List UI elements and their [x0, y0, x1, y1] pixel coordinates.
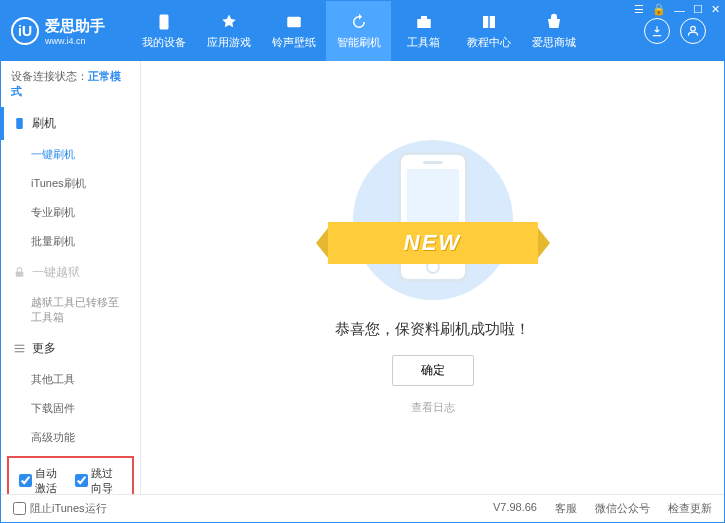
- sidebar-group-jailbreak[interactable]: 一键越狱: [1, 256, 140, 289]
- device-icon: [155, 13, 173, 31]
- app-window: ☰ 🔒 — ☐ ✕ iU 爱思助手 www.i4.cn 我的设备 应用游戏 铃: [0, 0, 725, 523]
- app-url: www.i4.cn: [45, 36, 105, 46]
- success-message: 恭喜您，保资料刷机成功啦！: [335, 320, 530, 339]
- nav-my-device[interactable]: 我的设备: [131, 1, 196, 61]
- sidebar-item-advanced[interactable]: 高级功能: [1, 423, 140, 452]
- close-button[interactable]: ✕: [711, 3, 720, 16]
- block-itunes-checkbox[interactable]: 阻止iTunes运行: [13, 501, 107, 516]
- svg-rect-1: [287, 16, 301, 27]
- lock-icon: [13, 266, 26, 279]
- svg-rect-7: [15, 344, 25, 345]
- sidebar-item-download-firmware[interactable]: 下载固件: [1, 394, 140, 423]
- store-icon: [545, 13, 563, 31]
- check-update-link[interactable]: 检查更新: [668, 501, 712, 516]
- ok-button[interactable]: 确定: [392, 355, 474, 386]
- download-icon: [650, 24, 664, 38]
- sidebar-item-itunes-flash[interactable]: iTunes刷机: [1, 169, 140, 198]
- book-icon: [480, 13, 498, 31]
- checkbox-label: 自动激活: [35, 466, 67, 494]
- footer: 阻止iTunes运行 V7.98.66 客服 微信公众号 检查更新: [1, 494, 724, 522]
- nav-tutorials[interactable]: 教程中心: [456, 1, 521, 61]
- minimize-button[interactable]: —: [674, 4, 685, 16]
- user-button[interactable]: [680, 18, 706, 44]
- status-label: 设备连接状态：: [11, 70, 88, 82]
- app-title: 爱思助手: [45, 17, 105, 36]
- download-button[interactable]: [644, 18, 670, 44]
- more-sublist: 其他工具 下载固件 高级功能: [1, 365, 140, 452]
- phone-icon: [13, 117, 26, 130]
- version-label: V7.98.66: [493, 501, 537, 516]
- ribbon-text: NEW: [404, 230, 461, 256]
- checkbox-label: 阻止iTunes运行: [30, 501, 107, 516]
- nav-ringtones[interactable]: 铃声壁纸: [261, 1, 326, 61]
- sidebar-item-other-tools[interactable]: 其他工具: [1, 365, 140, 394]
- top-nav: 我的设备 应用游戏 铃声壁纸 智能刷机 工具箱 教程中心: [131, 1, 644, 61]
- nav-label: 爱思商城: [532, 35, 576, 50]
- nav-label: 教程中心: [467, 35, 511, 50]
- sidebar: 设备连接状态：正常模式 刷机 一键刷机 iTunes刷机 专业刷机 批量刷机 一…: [1, 61, 141, 494]
- block-itunes-input[interactable]: [13, 502, 26, 515]
- jailbreak-note: 越狱工具已转移至工具箱: [1, 289, 140, 332]
- svg-rect-0: [159, 14, 168, 29]
- nav-apps-games[interactable]: 应用游戏: [196, 1, 261, 61]
- nav-store[interactable]: 爱思商城: [521, 1, 586, 61]
- maximize-button[interactable]: ☐: [693, 3, 703, 16]
- sidebar-group-flash[interactable]: 刷机: [1, 107, 140, 140]
- nav-label: 工具箱: [407, 35, 440, 50]
- more-icon: [13, 342, 26, 355]
- sidebar-item-batch-flash[interactable]: 批量刷机: [1, 227, 140, 256]
- svg-rect-3: [421, 16, 427, 19]
- lock-icon[interactable]: 🔒: [652, 3, 666, 16]
- auto-activate-input[interactable]: [19, 474, 32, 487]
- refresh-icon: [350, 13, 368, 31]
- wechat-link[interactable]: 微信公众号: [595, 501, 650, 516]
- new-ribbon: NEW: [328, 222, 538, 264]
- svg-rect-6: [16, 271, 24, 276]
- user-icon: [686, 24, 700, 38]
- sidebar-item-oneclick-flash[interactable]: 一键刷机: [1, 140, 140, 169]
- toolbox-icon: [415, 13, 433, 31]
- sidebar-item-pro-flash[interactable]: 专业刷机: [1, 198, 140, 227]
- connection-status: 设备连接状态：正常模式: [1, 61, 140, 107]
- svg-point-4: [691, 26, 696, 31]
- window-controls: ☰ 🔒 — ☐ ✕: [634, 3, 720, 16]
- menu-icon[interactable]: ☰: [634, 3, 644, 16]
- svg-rect-9: [15, 351, 25, 352]
- footer-right: V7.98.66 客服 微信公众号 检查更新: [493, 501, 712, 516]
- main-content: NEW 恭喜您，保资料刷机成功啦！ 确定 查看日志: [141, 61, 724, 494]
- nav-label: 应用游戏: [207, 35, 251, 50]
- svg-rect-5: [16, 118, 23, 129]
- nav-toolbox[interactable]: 工具箱: [391, 1, 456, 61]
- skip-guide-checkbox[interactable]: 跳过向导: [75, 466, 123, 494]
- app-logo: iU 爱思助手 www.i4.cn: [11, 17, 131, 46]
- logo-badge-icon: iU: [11, 17, 39, 45]
- group-label: 一键越狱: [32, 264, 80, 281]
- checkbox-label: 跳过向导: [91, 466, 123, 494]
- titlebar: iU 爱思助手 www.i4.cn 我的设备 应用游戏 铃声壁纸 智能刷机: [1, 1, 724, 61]
- apps-icon: [220, 13, 238, 31]
- flash-sublist: 一键刷机 iTunes刷机 专业刷机 批量刷机: [1, 140, 140, 256]
- content-body: 设备连接状态：正常模式 刷机 一键刷机 iTunes刷机 专业刷机 批量刷机 一…: [1, 61, 724, 494]
- skip-guide-input[interactable]: [75, 474, 88, 487]
- wallpaper-icon: [285, 13, 303, 31]
- svg-rect-2: [417, 19, 431, 28]
- header-actions: [644, 18, 706, 44]
- customer-service-link[interactable]: 客服: [555, 501, 577, 516]
- sidebar-group-more[interactable]: 更多: [1, 332, 140, 365]
- group-label: 刷机: [32, 115, 56, 132]
- nav-label: 我的设备: [142, 35, 186, 50]
- nav-label: 铃声壁纸: [272, 35, 316, 50]
- auto-activate-checkbox[interactable]: 自动激活: [19, 466, 67, 494]
- nav-smart-flash[interactable]: 智能刷机: [326, 1, 391, 61]
- group-label: 更多: [32, 340, 56, 357]
- options-highlight-box: 自动激活 跳过向导: [7, 456, 134, 494]
- svg-rect-8: [15, 348, 25, 349]
- nav-label: 智能刷机: [337, 35, 381, 50]
- success-illustration: NEW: [333, 140, 533, 300]
- view-log-link[interactable]: 查看日志: [411, 400, 455, 415]
